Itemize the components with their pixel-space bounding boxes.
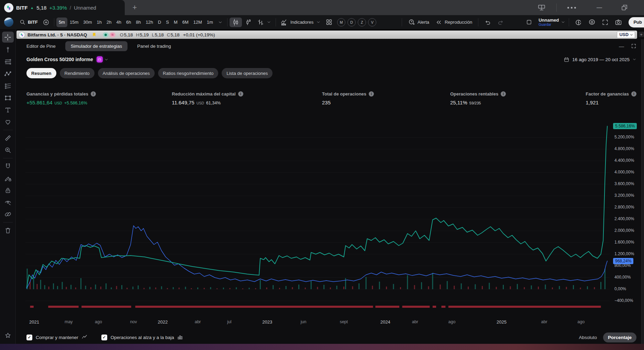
chevron-down-icon[interactable] bbox=[561, 20, 565, 24]
layout-grid-button[interactable] bbox=[323, 18, 335, 27]
percent-mode-button[interactable]: Porcentaje bbox=[603, 332, 636, 342]
publish-button[interactable]: Pub bbox=[629, 17, 644, 27]
long-short-toggle[interactable]: ✓ Operaciones al alza y a la baja bbox=[101, 334, 184, 340]
layout-name-menu[interactable]: Unnamed Guardar bbox=[538, 18, 559, 26]
window-menu-icon[interactable] bbox=[566, 0, 577, 15]
symbol-title[interactable]: Bitfarms Ltd. · 5 · NASDAQ bbox=[27, 32, 87, 37]
fib-retracement-tool[interactable] bbox=[3, 57, 13, 67]
info-icon[interactable]: i bbox=[631, 91, 636, 97]
chart-style-dropdown[interactable] bbox=[254, 18, 274, 27]
hide-all-tool[interactable] bbox=[3, 197, 13, 207]
snapshot-button[interactable] bbox=[612, 18, 624, 27]
info-icon[interactable]: i bbox=[501, 91, 506, 97]
info-icon[interactable]: i bbox=[369, 91, 374, 97]
multi-monitor-icon[interactable] bbox=[537, 0, 546, 15]
timeframe-6M[interactable]: 6M bbox=[180, 18, 191, 27]
wave-projection-tool[interactable] bbox=[3, 81, 13, 91]
chevron-down-icon[interactable] bbox=[104, 57, 109, 62]
hotlist-Z-button[interactable]: Z bbox=[358, 18, 366, 26]
window-minimize-button[interactable]: — bbox=[597, 0, 602, 15]
panel-scrollbar[interactable] bbox=[641, 39, 644, 344]
replay-button[interactable]: Reproducción bbox=[433, 18, 475, 27]
crosshair-tool[interactable] bbox=[2, 32, 14, 43]
timeframe-6h[interactable]: 6h bbox=[124, 18, 133, 27]
pitchfork-pattern-tool[interactable] bbox=[3, 69, 13, 79]
hotlist-M-button[interactable]: M bbox=[337, 18, 345, 26]
fullscreen-button[interactable] bbox=[599, 18, 611, 27]
info-icon[interactable]: i bbox=[238, 91, 243, 97]
timeframe-15m[interactable]: 15m bbox=[67, 18, 81, 27]
subtab-analisis[interactable]: Análisis de operaciones bbox=[98, 68, 155, 78]
checkbox-checked-icon[interactable]: ✓ bbox=[26, 335, 32, 340]
delayed-data-icon[interactable]: ≈ bbox=[110, 32, 115, 37]
chart-tab[interactable]: BITF ▲ 5,18 +3.39% / Unnamed bbox=[0, 0, 125, 15]
chart-style-hollow-candles-button[interactable] bbox=[242, 18, 254, 27]
text-tool[interactable] bbox=[3, 105, 13, 115]
sync-drawings-tool[interactable] bbox=[3, 210, 13, 219]
tab-pine-editor[interactable]: Editor de Pine bbox=[26, 44, 56, 49]
subtab-lista[interactable]: Lista de operaciones bbox=[222, 68, 273, 78]
alert-button[interactable]: Alerta bbox=[406, 18, 432, 27]
timeframe-D[interactable]: D bbox=[156, 18, 164, 27]
tab-trading-panel[interactable]: Panel de trading bbox=[137, 44, 171, 49]
info-icon[interactable]: i bbox=[91, 91, 96, 97]
backtest-date-range[interactable]: 16 ago 2019 — 20 oct 2025 bbox=[564, 57, 636, 63]
remove-drawings-tool[interactable] bbox=[3, 226, 13, 235]
timeframe-12h[interactable]: 12h bbox=[143, 18, 156, 27]
equity-curve-chart[interactable] bbox=[25, 113, 610, 311]
indicators-button[interactable]: Indicadores bbox=[278, 18, 323, 27]
subtab-resumen[interactable]: Resumen bbox=[26, 68, 56, 78]
magnet-tool[interactable] bbox=[3, 161, 13, 171]
settings-button[interactable] bbox=[586, 18, 598, 27]
chart-x-axis[interactable]: 2021mayagonov2022abrjul2023junsept2024ab… bbox=[25, 319, 610, 326]
subtab-rendimiento[interactable]: Rendimiento bbox=[60, 68, 95, 78]
user-avatar[interactable] bbox=[4, 18, 13, 27]
symbol-legend-bar[interactable]: Bitfarms Ltd. · 5 · NASDAQ ≈ O5,18 H5,19… bbox=[16, 31, 637, 39]
buy-hold-toggle[interactable]: ✓ Comprar y mantener bbox=[26, 334, 88, 340]
timeframe-1m[interactable]: 1m bbox=[204, 18, 215, 27]
pane-add-button[interactable]: + bbox=[639, 32, 644, 37]
checkbox-checked-icon[interactable]: ✓ bbox=[101, 335, 107, 340]
strategy-title[interactable]: Golden Cross 50/200 informe bbox=[26, 57, 93, 62]
shapes-rectangle-tool[interactable] bbox=[3, 93, 13, 103]
timeframe-dropdown[interactable] bbox=[215, 18, 225, 27]
strategy-deep-backtest-icon[interactable] bbox=[97, 56, 103, 63]
timeframe-8h[interactable]: 8h bbox=[133, 18, 143, 27]
unsaved-indicator-icon[interactable] bbox=[524, 18, 534, 27]
timeframe-S[interactable]: S bbox=[164, 18, 171, 27]
timeframe-1h[interactable]: 1h bbox=[95, 18, 104, 27]
emoji-heart-tool[interactable] bbox=[3, 117, 13, 127]
hotlist-D-button[interactable]: D bbox=[347, 18, 356, 26]
market-status-icon[interactable] bbox=[103, 32, 109, 37]
tab-strategy-tester[interactable]: Simulador de estrategias bbox=[65, 41, 127, 51]
chart-style-candles-button[interactable] bbox=[230, 18, 242, 27]
zoom-in-tool[interactable] bbox=[3, 145, 13, 155]
quick-search-button[interactable] bbox=[573, 18, 585, 27]
panel-maximize-icon[interactable] bbox=[631, 43, 636, 49]
timeframe-12M[interactable]: 12M bbox=[191, 18, 204, 27]
lock-all-tool[interactable] bbox=[3, 185, 13, 195]
subtab-ratios[interactable]: Ratios riesgo/rendimiento bbox=[158, 68, 218, 78]
symbol-search[interactable]: BITF bbox=[17, 18, 40, 27]
timeframe-4h[interactable]: 4h bbox=[114, 18, 123, 27]
timeframe-30m[interactable]: 30m bbox=[81, 18, 94, 27]
save-layout-link[interactable]: Guardar bbox=[538, 23, 551, 26]
chart-y-axis[interactable]: 5.200,00%4.800,00%4.400,00%4.000,00%3.60… bbox=[612, 110, 641, 309]
flag-bookmark-icon[interactable] bbox=[92, 32, 97, 37]
panel-minimize-button[interactable]: — bbox=[619, 43, 624, 49]
drawing-lock-tool[interactable] bbox=[3, 173, 13, 183]
timeframe-5m[interactable]: 5m bbox=[56, 18, 67, 27]
measure-ruler-tool[interactable] bbox=[3, 133, 13, 143]
new-tab-button[interactable]: + bbox=[130, 3, 140, 12]
timeframe-2h[interactable]: 2h bbox=[104, 18, 114, 27]
favorites-star-button[interactable] bbox=[3, 331, 13, 340]
undo-button[interactable] bbox=[482, 18, 493, 27]
trend-line-tool[interactable] bbox=[3, 45, 13, 55]
compare-add-symbol-button[interactable] bbox=[40, 18, 52, 27]
absolute-mode-button[interactable]: Absoluto bbox=[579, 335, 597, 340]
currency-selector[interactable]: USD bbox=[617, 31, 635, 38]
hotlist-V-button[interactable]: V bbox=[368, 18, 376, 26]
window-restore-button[interactable] bbox=[621, 0, 628, 15]
redo-button[interactable] bbox=[495, 18, 507, 27]
timeframe-M[interactable]: M bbox=[171, 18, 180, 27]
